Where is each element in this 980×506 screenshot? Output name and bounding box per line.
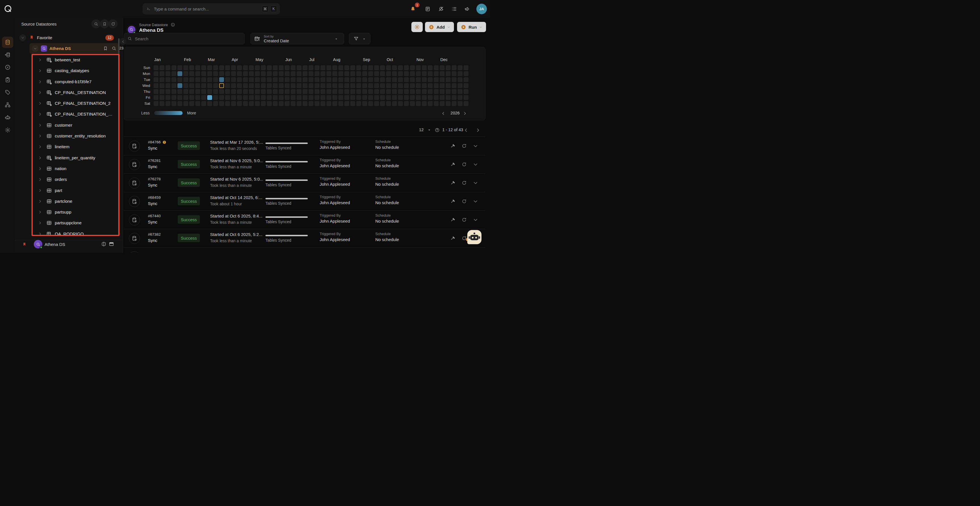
heatmap-cell[interactable] xyxy=(279,83,283,88)
command-palette[interactable]: ⌘ K xyxy=(143,3,280,14)
sync-run-row[interactable]: #67440SyncSuccessStarted at Oct 6 2025, … xyxy=(124,210,485,229)
heatmap-cell[interactable] xyxy=(339,83,343,88)
heatmap-cell[interactable] xyxy=(464,83,468,88)
trowel-icon[interactable] xyxy=(449,161,457,169)
heatmap-cell[interactable] xyxy=(410,101,415,106)
heatmap-cell[interactable] xyxy=(285,101,290,106)
heatmap-cell[interactable] xyxy=(380,83,385,88)
heatmap-cell[interactable] xyxy=(386,65,391,70)
heatmap-cell[interactable] xyxy=(374,95,379,100)
tree-item-CP_FINAL_DESTINATION_S...[interactable]: CP_FINAL_DESTINATION_S... xyxy=(15,109,121,119)
heatmap-cell[interactable] xyxy=(422,65,427,70)
heatmap-cell[interactable] xyxy=(273,83,278,88)
heatmap-cell[interactable] xyxy=(279,101,283,106)
heatmap-cell[interactable] xyxy=(428,89,433,94)
heatmap-cell[interactable] xyxy=(189,101,194,106)
heatmap-cell[interactable] xyxy=(422,95,427,100)
heatmap-cell[interactable] xyxy=(380,101,385,106)
heatmap-cell[interactable] xyxy=(201,101,206,106)
theme-toggle-icon[interactable] xyxy=(438,6,444,12)
heatmap-cell[interactable] xyxy=(434,71,439,76)
heatmap-cell[interactable] xyxy=(201,89,206,94)
heatmap-cell[interactable] xyxy=(207,89,212,94)
heatmap-cell[interactable] xyxy=(326,95,331,100)
heatmap-cell[interactable] xyxy=(285,71,290,76)
datastore-search-icon[interactable] xyxy=(111,46,116,51)
heatmap-cell[interactable] xyxy=(458,95,463,100)
heatmap-cell-active[interactable] xyxy=(177,83,182,88)
heatmap-cell[interactable] xyxy=(177,77,182,82)
heatmap-cell[interactable] xyxy=(237,89,242,94)
rail-tags-icon[interactable] xyxy=(2,87,13,98)
heatmap-cell[interactable] xyxy=(362,77,367,82)
heatmap-cell[interactable] xyxy=(213,101,218,106)
heatmap-cell[interactable] xyxy=(362,101,367,106)
heatmap-cell[interactable] xyxy=(195,89,200,94)
heatmap-cell[interactable] xyxy=(446,95,450,100)
heatmap-cell[interactable] xyxy=(255,71,260,76)
heatmap-cell[interactable] xyxy=(315,101,320,106)
heatmap-cell[interactable] xyxy=(320,77,325,82)
heatmap-cell[interactable] xyxy=(339,77,343,82)
heatmap-cell[interactable] xyxy=(428,71,433,76)
heatmap-cell[interactable] xyxy=(362,89,367,94)
heatmap-cell[interactable] xyxy=(165,65,170,70)
datastore-collapse-chevron-icon[interactable] xyxy=(32,45,38,52)
heatmap-cell[interactable] xyxy=(416,77,421,82)
heatmap-cell[interactable] xyxy=(452,101,457,106)
heatmap-cell[interactable] xyxy=(279,95,283,100)
heatmap-cell[interactable] xyxy=(207,83,212,88)
heatmap-cell[interactable] xyxy=(428,77,433,82)
heatmap-cell[interactable] xyxy=(332,101,337,106)
heatmap-cell[interactable] xyxy=(213,95,218,100)
sync-run-row[interactable]: #84766SyncSuccessStarted at Mar 17 2026,… xyxy=(124,137,485,155)
heatmap-cell[interactable] xyxy=(261,65,266,70)
heatmap-cell[interactable] xyxy=(440,65,445,70)
heatmap-cell[interactable] xyxy=(446,83,450,88)
heatmap-cell[interactable] xyxy=(249,65,254,70)
heatmap-cell[interactable] xyxy=(302,95,307,100)
tree-item-part[interactable]: part xyxy=(15,185,121,196)
heatmap-cell[interactable] xyxy=(165,101,170,106)
heatmap-cell[interactable] xyxy=(213,65,218,70)
heatmap-cell[interactable] xyxy=(225,65,230,70)
open-window-icon[interactable] xyxy=(109,241,114,247)
tree-item-QA_RODRIGO[interactable]: QA_RODRIGO xyxy=(15,229,121,236)
heatmap-cell[interactable] xyxy=(374,101,379,106)
heatmap-cell[interactable] xyxy=(386,71,391,76)
chevron-right-icon[interactable] xyxy=(38,101,42,105)
heatmap-cell[interactable] xyxy=(201,95,206,100)
heatmap-cell[interactable] xyxy=(434,77,439,82)
heatmap-cell[interactable] xyxy=(172,77,176,82)
heatmap-cell[interactable] xyxy=(302,77,307,82)
heatmap-cell[interactable] xyxy=(243,77,248,82)
expand-row-chevron-icon[interactable] xyxy=(471,197,479,205)
filter-dropdown[interactable] xyxy=(349,33,371,44)
heatmap-cell[interactable] xyxy=(374,89,379,94)
heatmap-cell[interactable] xyxy=(159,83,164,88)
heatmap-cell[interactable] xyxy=(207,65,212,70)
heatmap-cell[interactable] xyxy=(344,71,349,76)
heatmap-cell[interactable] xyxy=(225,71,230,76)
heatmap-cell[interactable] xyxy=(452,71,457,76)
heatmap-cell[interactable] xyxy=(285,65,290,70)
sidebar-search-icon[interactable] xyxy=(91,19,100,29)
heatmap-cell[interactable] xyxy=(434,101,439,106)
heatmap-cell[interactable] xyxy=(392,101,397,106)
heatmap-cell[interactable] xyxy=(440,77,445,82)
chevron-right-icon[interactable] xyxy=(38,221,42,225)
heatmap-cell[interactable] xyxy=(172,71,176,76)
tree-item-CP_FINAL_DESTINATION[interactable]: CP_FINAL_DESTINATION xyxy=(15,87,121,98)
heatmap-cell[interactable] xyxy=(183,95,188,100)
heatmap-cell[interactable] xyxy=(309,77,313,82)
heatmap-cell[interactable] xyxy=(189,71,194,76)
heatmap-cell-active[interactable] xyxy=(177,71,182,76)
heatmap-cell[interactable] xyxy=(231,89,236,94)
heatmap-cell[interactable] xyxy=(219,71,224,76)
trowel-icon[interactable] xyxy=(449,179,457,187)
settings-button[interactable] xyxy=(411,22,423,32)
heatmap-cell[interactable] xyxy=(446,65,450,70)
heatmap-cell[interactable] xyxy=(320,83,325,88)
heatmap-cell[interactable] xyxy=(440,89,445,94)
heatmap-cell[interactable] xyxy=(213,89,218,94)
